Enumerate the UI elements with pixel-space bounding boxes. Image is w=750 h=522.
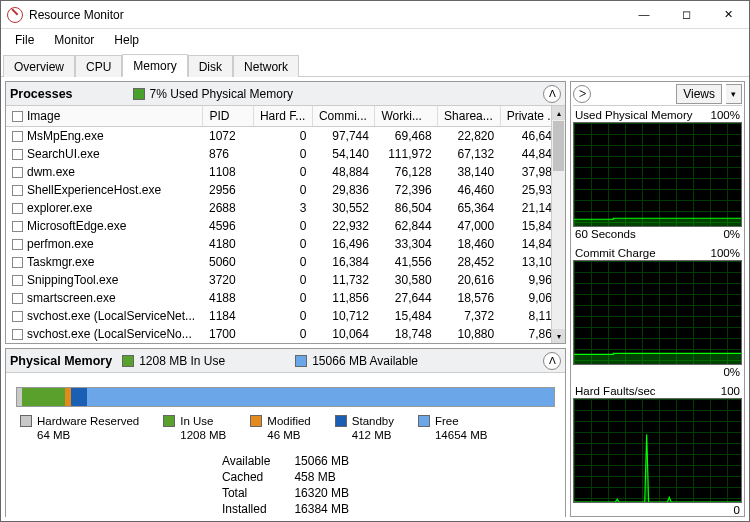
physmem-title: Physical Memory	[10, 354, 112, 368]
content-area: Processes 7% Used Physical Memory ᐱ	[1, 77, 749, 521]
legend-mod: Modified46 MB	[250, 415, 310, 443]
menubar: File Monitor Help	[1, 29, 749, 51]
row-checkbox[interactable]	[12, 185, 23, 196]
row-checkbox[interactable]	[12, 275, 23, 286]
col-image[interactable]: Image	[6, 106, 203, 127]
inuse-square-icon	[122, 355, 134, 367]
right-collapse-button[interactable]: ᐳ	[573, 85, 591, 103]
chevron-up-icon: ᐱ	[549, 89, 556, 99]
col-pid[interactable]: PID	[203, 106, 253, 127]
svg-marker-0	[574, 218, 741, 226]
stat-available-value: 15066 MB	[294, 453, 349, 469]
physmem-collapse-button[interactable]: ᐱ	[543, 352, 561, 370]
maximize-button[interactable]: ◻	[665, 1, 707, 29]
stat-installed-label: Installed	[222, 501, 270, 517]
chart-phys: Used Physical Memory100% 60 Seconds0%	[573, 108, 742, 244]
stat-installed-value: 16384 MB	[294, 501, 349, 517]
table-row[interactable]: MicrosoftEdge.exe4596022,93262,84447,000…	[6, 217, 565, 235]
close-button[interactable]: ✕	[707, 1, 749, 29]
views-button[interactable]: Views	[676, 84, 722, 104]
legend-standby-label: Standby	[352, 415, 394, 427]
table-row[interactable]: explorer.exe2688330,55286,50465,36421,14…	[6, 199, 565, 217]
scroll-thumb[interactable]	[553, 121, 564, 171]
legend-standby: Standby412 MB	[335, 415, 394, 443]
col-commit[interactable]: Commi...	[312, 106, 375, 127]
legend-mod-label: Modified	[267, 415, 310, 427]
table-row[interactable]: ShellExperienceHost.exe2956029,83672,396…	[6, 181, 565, 199]
chart-hf-canvas	[573, 398, 742, 503]
tab-cpu[interactable]: CPU	[75, 55, 122, 77]
chart-commit-max: 100%	[711, 247, 740, 259]
row-checkbox[interactable]	[12, 257, 23, 268]
views-dropdown[interactable]: ▾	[726, 84, 742, 104]
menu-monitor[interactable]: Monitor	[44, 31, 104, 49]
tabbar: Overview CPU Memory Disk Network	[1, 51, 749, 77]
app-icon	[7, 7, 23, 23]
row-checkbox[interactable]	[12, 311, 23, 322]
chart-phys-title: Used Physical Memory	[575, 109, 693, 121]
row-checkbox[interactable]	[12, 239, 23, 250]
legend-standby-swatch	[335, 415, 347, 427]
processes-table: Image PID Hard F... Commi... Worki... Sh…	[6, 106, 565, 343]
physmem-inuse-status: 1208 MB In Use	[122, 354, 225, 368]
menu-file[interactable]: File	[5, 31, 44, 49]
minimize-button[interactable]: —	[623, 1, 665, 29]
maximize-icon: ◻	[682, 9, 691, 20]
membar-seg-free	[87, 388, 554, 406]
processes-collapse-button[interactable]: ᐱ	[543, 85, 561, 103]
right-column: ᐳ Views ▾ Used Physical Memory100% 60 Se…	[570, 81, 745, 517]
views-label: Views	[683, 87, 715, 101]
memory-bar	[16, 387, 555, 407]
table-row[interactable]: dwm.exe1108048,88476,12838,14037,988	[6, 163, 565, 181]
table-row[interactable]: svchost.exe (LocalServiceNet...1184010,7…	[6, 307, 565, 325]
legend-mod-swatch	[250, 415, 262, 427]
right-header: ᐳ Views ▾	[573, 84, 742, 106]
physmem-header[interactable]: Physical Memory 1208 MB In Use 15066 MB …	[6, 349, 565, 373]
row-checkbox[interactable]	[12, 293, 23, 304]
row-checkbox[interactable]	[12, 167, 23, 178]
membar-seg-standby	[71, 388, 87, 406]
physmem-avail-text: 15066 MB Available	[312, 354, 418, 368]
minimize-icon: —	[639, 9, 650, 20]
processes-panel: Processes 7% Used Physical Memory ᐱ	[5, 81, 566, 344]
table-row[interactable]: smartscreen.exe4188011,85627,64418,5769,…	[6, 289, 565, 307]
col-working[interactable]: Worki...	[375, 106, 438, 127]
tab-overview[interactable]: Overview	[3, 55, 75, 77]
table-row[interactable]: Taskmgr.exe5060016,38441,55628,45213,104	[6, 253, 565, 271]
scroll-track[interactable]	[552, 172, 565, 329]
menu-help[interactable]: Help	[104, 31, 149, 49]
chevron-right-icon: ᐳ	[579, 89, 586, 99]
table-row[interactable]: SnippingTool.exe3720011,73230,58020,6169…	[6, 271, 565, 289]
stat-total-value: 16320 MB	[294, 485, 349, 501]
svg-marker-2	[574, 434, 741, 502]
table-row[interactable]: svchost.exe (LocalServiceNo...1700010,06…	[6, 325, 565, 343]
scroll-down-button[interactable]: ▾	[552, 329, 565, 343]
table-row[interactable]: perfmon.exe4180016,49633,30418,46014,844	[6, 235, 565, 253]
header-checkbox[interactable]	[12, 111, 23, 122]
processes-header[interactable]: Processes 7% Used Physical Memory ᐱ	[6, 82, 565, 106]
processes-table-scroll[interactable]: Image PID Hard F... Commi... Worki... Sh…	[6, 106, 565, 343]
chart-hf: Hard Faults/sec100 0	[573, 384, 742, 520]
tab-memory[interactable]: Memory	[122, 54, 187, 77]
stat-total-label: Total	[222, 485, 270, 501]
scroll-up-button[interactable]: ▴	[552, 106, 565, 120]
table-row[interactable]: MsMpEng.exe1072097,74469,46822,82046,648	[6, 127, 565, 146]
row-checkbox[interactable]	[12, 329, 23, 340]
tab-network[interactable]: Network	[233, 55, 299, 77]
col-shareable[interactable]: Sharea...	[438, 106, 501, 127]
table-row[interactable]: SearchUI.exe876054,140111,97267,13244,84…	[6, 145, 565, 163]
processes-status-text: 7% Used Physical Memory	[150, 87, 293, 101]
tab-disk[interactable]: Disk	[188, 55, 233, 77]
chart-hf-max: 100	[721, 385, 740, 397]
row-checkbox[interactable]	[12, 203, 23, 214]
row-checkbox[interactable]	[12, 131, 23, 142]
col-hardfaults[interactable]: Hard F...	[253, 106, 312, 127]
row-checkbox[interactable]	[12, 221, 23, 232]
row-checkbox[interactable]	[12, 149, 23, 160]
processes-title: Processes	[10, 87, 73, 101]
chart-phys-max: 100%	[711, 109, 740, 121]
legend-free-label: Free	[435, 415, 459, 427]
window-title: Resource Monitor	[29, 8, 623, 22]
legend-inuse-label: In Use	[180, 415, 213, 427]
vertical-scrollbar[interactable]: ▴ ▾	[551, 106, 565, 343]
